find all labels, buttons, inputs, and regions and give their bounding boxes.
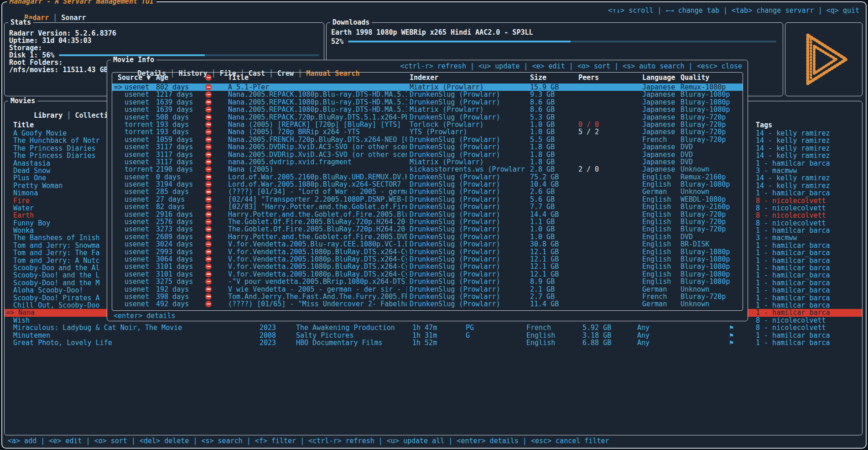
release-row[interactable]: usenet3024 daysV.for.Vendetta.2005.Blu-r… (112, 241, 743, 248)
release-row[interactable]: usenet398 daysTom.And.Jerry.The.Fast.And… (112, 293, 743, 300)
rejected-icon (205, 249, 212, 255)
column-age[interactable]: Age (156, 74, 168, 81)
download-progress-gauge (348, 41, 776, 42)
release-row[interactable]: =>usenet802 daysA 5.1-PTerMiatrix (Prowl… (112, 84, 743, 91)
release-size: 2.7 GB (530, 293, 555, 300)
release-language: Japanese (642, 84, 675, 91)
release-row[interactable]: usenet508 daysNana.2005.REPACK.720p.BluR… (112, 114, 743, 121)
release-quality: Bluray-1080p (681, 181, 730, 188)
release-size: 2.6 GB (530, 188, 555, 195)
release-size: 1.1 GB (530, 218, 555, 225)
release-row[interactable]: torrent193 daysNana (2005) 720p BRRip x2… (112, 128, 743, 136)
movie-title: Scooby-Doo! Pirates A (13, 294, 100, 302)
release-row[interactable]: usenet3101 daysV.for.Vendetta.2005.1080p… (112, 263, 743, 270)
column-quality[interactable]: Quality (681, 74, 709, 81)
release-title: Nana.2005.REPACK.1080p.Blu-ray.DTS-HD.MA… (228, 99, 407, 106)
movie-year: 2008 (260, 332, 276, 339)
movie-runtime: 1h 31m (412, 332, 437, 339)
release-row[interactable]: usenet192 daysV wie Vendetta - 2005 - ge… (112, 286, 743, 293)
release-quality: DVD (681, 233, 693, 241)
release-title: Harry.Potter.and.the.Goblet.of.Fire.2005… (228, 211, 407, 218)
movie-studio: HBO Documentary Films (296, 339, 383, 346)
rejected-icon (205, 256, 212, 262)
release-row[interactable]: usenet3275 days-"V pour vendetta.2005.BR… (112, 278, 743, 285)
column-indexer[interactable]: Indexer (410, 74, 438, 81)
release-source: usenet (125, 106, 149, 113)
rejected-icon (205, 91, 212, 98)
tab-sonarr[interactable]: Sonarr (61, 14, 86, 22)
release-row[interactable]: usenet3194 daysLord.of.War.2005.1080p.Bl… (112, 181, 743, 188)
release-quality: DVD (681, 151, 693, 158)
column-source[interactable]: Source ▼ (118, 74, 151, 81)
movie-tag: 1 - hamilcar_barca (756, 272, 830, 279)
column-peers[interactable]: Peers (578, 74, 599, 81)
top-keybindings: <↑↓> scroll | ←→ change tab | <tab> chan… (608, 7, 859, 14)
release-language: English (642, 196, 671, 203)
release-title: Nana.2005.DVDRip.XviD.AC3-SVO (or other … (228, 143, 407, 151)
release-language: English (642, 271, 671, 278)
release-age: 1639 days (156, 106, 193, 113)
movie-title: Dead Snow (13, 167, 50, 174)
release-row[interactable]: usenet3273 daysThe.Goblet.Of.Fire.2005.B… (112, 225, 743, 233)
rejected-icon (205, 144, 212, 150)
release-row[interactable]: usenet1217 daysNana.2005.REPACK.1080p.Bl… (112, 91, 743, 98)
column-size[interactable]: Size (530, 74, 546, 81)
release-row[interactable]: usenet1639 daysNana.2005.REPACK.1080p.Bl… (112, 106, 743, 113)
column-language[interactable]: Language (642, 74, 675, 81)
release-row[interactable]: usenet82 days[02/83] "Harry.Potter.and.t… (112, 203, 743, 210)
stats-uptime-line: Uptime:31d 04:35:03 (9, 37, 319, 44)
release-title: Nana.2005.FRENCH.720p.BluRay.DTS.x264-NE… (228, 136, 407, 143)
release-quality: Bluray-1080p (681, 278, 730, 285)
release-title: The.Goblet.Of.Fire.2005.BluRay.720p.H264… (228, 225, 407, 233)
movie-title: Tom and Jerry: A Nutc (13, 257, 100, 264)
release-row[interactable]: usenet3117 daysnana.2005.dvdrip.xvid.fra… (112, 158, 743, 166)
storage-label: Storage: (9, 44, 42, 52)
release-size: 9.3 GB (530, 91, 555, 98)
release-source: usenet (125, 211, 149, 218)
release-source: usenet (125, 203, 149, 210)
tab-separator: │ (67, 111, 71, 120)
release-row[interactable]: usenet2916 daysHarry.Potter.and.the.Gobl… (112, 211, 743, 218)
release-language: English (642, 233, 671, 241)
release-row[interactable]: usenet1059 daysNana.2005.FRENCH.720p.Blu… (112, 136, 743, 143)
movie-tag: 8 - nicolecolvett (756, 324, 826, 331)
movie-title: Aloha Scooby-Doo! (13, 287, 83, 294)
movie-row[interactable]: Great Photo, Lovely Life2023HBO Document… (5, 339, 862, 346)
release-row[interactable]: usenet1639 daysNana.2005.REPACK.1080p.Bl… (112, 99, 743, 106)
release-row[interactable]: usenet492 days(????) [01/65] - "Miss Und… (112, 300, 743, 308)
release-row[interactable]: usenet3101 daysV.for.Vendetta.2005.1080p… (112, 271, 743, 278)
release-title: V.for.Vendetta.2005.1080p.BluRay.DTS.x26… (228, 256, 407, 263)
release-row[interactable]: usenet3117 daysNana.2005.DVDRip.XviD.AC3… (112, 151, 743, 158)
release-source: usenet (125, 196, 149, 203)
release-language: Japanese (642, 151, 675, 158)
stats-disk-line: Disk 1: 56% (9, 52, 319, 59)
release-age: 1639 days (156, 99, 193, 106)
release-source: usenet (125, 263, 149, 270)
release-age: 3117 days (156, 143, 193, 151)
movies-column-tags: Tags (756, 121, 772, 129)
movie-row[interactable]: Minutemen2008Salty Pictures1h 31mGEnglis… (5, 332, 862, 339)
release-row[interactable]: torrent2190 daysNana (2005)kickasstorren… (112, 166, 743, 173)
release-row[interactable]: usenet27 days[02/44] "Transporter 2.2005… (112, 196, 743, 203)
release-age: 3273 days (156, 225, 193, 233)
release-row[interactable]: usenet285 days(????) [01/34] - "Lord of … (112, 188, 743, 195)
release-peers: 0 / 0 (578, 121, 599, 128)
movie-row[interactable]: Miraculous: Ladybug & Cat Noir, The Movi… (5, 324, 862, 331)
release-row[interactable]: usenet3117 daysNana.2005.DVDRip.XviD.AC3… (112, 143, 743, 151)
release-row[interactable]: usenet2993 daysV.for.Vendetta.2005.1080p… (112, 248, 743, 256)
release-indexer: DrunkenSlug (Prowlarr) (410, 151, 500, 158)
movie-tag: 1 - hamilcar_barca (756, 279, 830, 287)
release-row[interactable]: usenet2576 daysThe.Goblet.Of.Fire.2005.B… (112, 218, 743, 225)
movies-column-title: Title (13, 121, 34, 129)
release-row[interactable]: usenet2689 daysHarry.Potter.and.the.Gobl… (112, 233, 743, 241)
release-row[interactable]: usenet0 daysLord.of.War.2005.2160p.BluRa… (112, 173, 743, 181)
release-row[interactable]: usenet3064 daysV.for.Vendetta.2005.1080p… (112, 256, 743, 263)
release-row[interactable]: torrent193 daysNana (2005) [REPACK] [720… (112, 121, 743, 128)
movie-tag: 1 - hamilcar_barca (756, 160, 830, 167)
column-title[interactable]: Title (228, 74, 249, 81)
tab-library[interactable]: Library (34, 111, 62, 120)
release-quality: Unknown (681, 166, 709, 173)
column-rejected-icon (205, 74, 212, 81)
release-source: usenet (125, 188, 149, 195)
release-indexer: DrunkenSlug (Prowlarr) (410, 256, 500, 263)
